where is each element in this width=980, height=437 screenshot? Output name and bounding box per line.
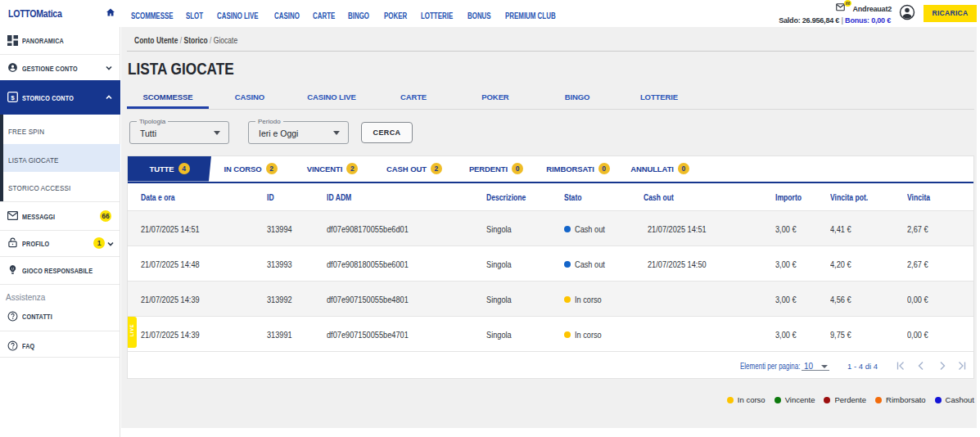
svg-text:$: $	[11, 94, 15, 101]
